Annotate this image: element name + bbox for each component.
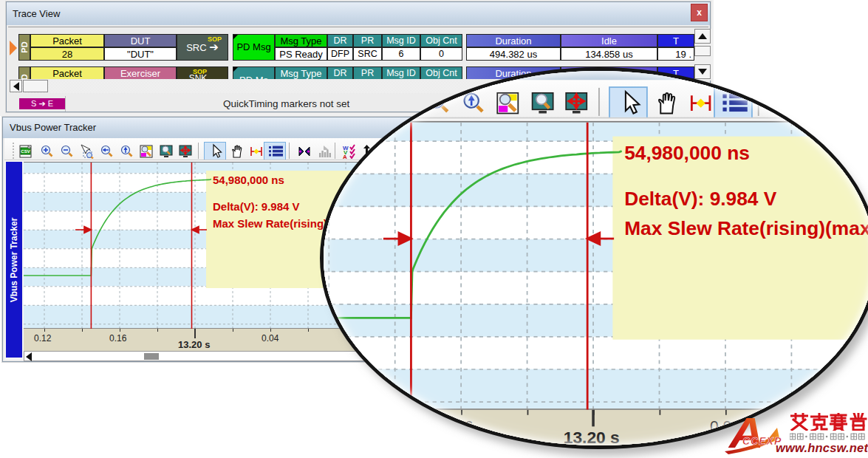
svg-text:CSV: CSV: [21, 149, 30, 154]
svg-text:A: A: [343, 154, 347, 159]
